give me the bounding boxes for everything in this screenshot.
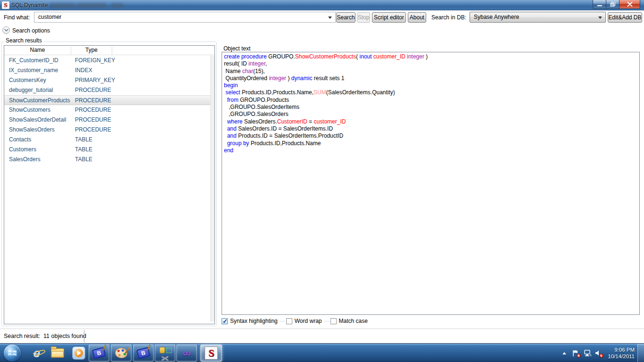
table-row[interactable]: Customers TABLE xyxy=(4,145,211,155)
stop-button: Stop xyxy=(357,12,370,23)
volume-button[interactable]: x xyxy=(594,348,603,358)
visual-studio-icon: ∞ xyxy=(182,346,190,360)
taskbar-item-paint-palette[interactable] xyxy=(111,345,132,362)
search-options-expander[interactable] xyxy=(2,26,10,34)
show-hidden-icons-button[interactable] xyxy=(560,348,569,358)
status-label: Search result: xyxy=(4,333,40,339)
result-name: ShowSalesOrders xyxy=(9,126,55,133)
checkbox[interactable] xyxy=(222,318,228,324)
table-row[interactable]: ShowSalesOrders PROCEDURE xyxy=(4,125,211,135)
search-options-label[interactable]: Search options xyxy=(12,27,50,34)
code-option: Syntax highlighting xyxy=(222,318,286,324)
table-row[interactable]: IX_customer_name INDEX xyxy=(4,66,211,75)
tray-time: 9:06 PM xyxy=(608,346,635,353)
app-icon: S xyxy=(2,1,9,9)
checkbox[interactable] xyxy=(286,318,292,324)
result-name: SalesOrders xyxy=(9,156,41,163)
find-what-combobox[interactable]: customer xyxy=(34,12,336,23)
checkbox[interactable] xyxy=(330,318,337,324)
edit-add-db-button[interactable]: Edit&Add DB xyxy=(608,12,642,23)
search-button[interactable]: Search xyxy=(336,12,355,23)
code-line: ,GROUPO.SalesOrderItems xyxy=(224,104,428,111)
table-row[interactable]: debugger_tutorial PROCEDURE xyxy=(4,85,211,95)
result-type: PROCEDURE xyxy=(75,87,111,93)
result-type: PRIMARY_KEY xyxy=(75,77,115,83)
close-icon xyxy=(627,2,632,7)
close-button[interactable] xyxy=(619,0,640,9)
database-tools-icon xyxy=(158,347,172,359)
table-row[interactable]: SalesOrders TABLE xyxy=(4,155,211,165)
redacted-text xyxy=(50,3,75,8)
sql-dynamite-icon: S xyxy=(205,346,218,360)
db-selected-value: Sybase Anywhere xyxy=(474,14,519,20)
result-type: TABLE xyxy=(75,146,92,153)
chevron-down-icon[interactable] xyxy=(328,16,332,19)
taskbar-item-database-tools[interactable] xyxy=(155,345,175,362)
tray-clock[interactable]: 9:06 PM 10/14/2011 xyxy=(608,346,635,360)
code-line: group by Products.ID,Products.Name xyxy=(224,140,428,147)
search-in-db-label: Search in DB: xyxy=(431,14,466,21)
result-name: ShowSalesOrderDetail xyxy=(9,116,66,123)
code-line: ,GROUPO.SalesOrders xyxy=(224,111,428,118)
taskbar-item-internet-explorer[interactable]: e xyxy=(26,345,47,362)
find-what-value: customer xyxy=(38,14,61,20)
status-bar: Search result: 11 objects found xyxy=(0,329,644,343)
db-combobox[interactable]: Sybase Anywhere xyxy=(470,12,606,23)
restore-button[interactable] xyxy=(606,0,619,9)
table-row[interactable]: ShowCustomerProducts PROCEDURE xyxy=(4,95,211,105)
taskbar-item-windows-explorer[interactable] xyxy=(47,345,68,362)
taskbar-item-visual-studio[interactable]: ∞ xyxy=(176,345,197,362)
code-line: create procedure GROUPO.ShowCustomerProd… xyxy=(224,53,428,60)
table-row[interactable]: FK_CustomerID_ID FOREIGN_KEY xyxy=(4,56,211,66)
result-type: INDEX xyxy=(75,67,92,74)
result-type: TABLE xyxy=(75,136,92,143)
find-what-label: Find what: xyxy=(4,14,30,21)
code-line: and Products.ID = SalesOrderItems.Produc… xyxy=(224,132,428,140)
search-results-group-label: Search results xyxy=(4,37,44,44)
taskbar-item-modeling-tool-2[interactable]: B xyxy=(133,345,154,362)
result-type: PROCEDURE xyxy=(75,126,111,133)
window-title: SQL Dynamite xyxy=(11,2,48,8)
muted-badge: x xyxy=(599,354,603,358)
table-row[interactable]: CustomersKey PRIMARY_KEY xyxy=(4,75,211,85)
result-name: CustomersKey xyxy=(9,77,46,83)
taskbar-item-modeling-tool-1[interactable]: B xyxy=(89,345,109,362)
taskbar-item-sql-dynamite[interactable]: S xyxy=(200,345,222,362)
minimize-button[interactable] xyxy=(593,0,606,9)
column-header-name[interactable]: Name xyxy=(4,47,71,55)
result-type: TABLE xyxy=(75,156,92,163)
object-text-panel[interactable]: create procedure GROUPO.ShowCustomerProd… xyxy=(222,52,640,315)
modeling-tool-icon: B xyxy=(136,347,150,359)
table-row[interactable]: ShowSalesOrderDetail PROCEDURE xyxy=(4,115,211,125)
action-center-button[interactable]: x xyxy=(571,348,580,358)
title-bar[interactable]: S SQL Dynamite xyxy=(0,0,644,10)
chevron-down-icon[interactable] xyxy=(598,16,602,19)
code-line: end xyxy=(224,147,428,154)
checkbox-label: Word wrap xyxy=(295,318,322,324)
desktop: S SQL Dynamite xyxy=(0,0,644,362)
code-line: result( ID integer, xyxy=(224,60,428,67)
divider xyxy=(324,321,330,321)
up-arrow-icon xyxy=(562,352,567,355)
start-orb-button[interactable] xyxy=(4,345,21,362)
code-line: Name char(15), xyxy=(224,68,428,75)
about-button[interactable]: About xyxy=(408,12,426,23)
script-editor-button[interactable]: Script editor xyxy=(372,12,406,23)
show-desktop-button[interactable] xyxy=(637,344,644,362)
vertical-scrollbar[interactable] xyxy=(210,56,215,321)
result-type: FOREIGN_KEY xyxy=(75,57,115,64)
table-row[interactable]: Contacts TABLE xyxy=(4,135,211,145)
window-controls xyxy=(593,0,640,9)
redacted-text xyxy=(77,3,106,8)
checkbox-label: Syntax highlighting xyxy=(230,318,278,324)
taskbar-item-media-player[interactable] xyxy=(68,345,89,362)
table-row[interactable]: ShowCustomers PROCEDURE xyxy=(4,105,211,115)
column-header-type[interactable]: Type xyxy=(71,47,112,55)
result-name: ShowCustomerProducts xyxy=(9,97,70,104)
code-option: Match case xyxy=(330,318,369,324)
result-name: Contacts xyxy=(9,136,31,143)
code-line: begin xyxy=(224,82,428,89)
result-name: debugger_tutorial xyxy=(9,87,53,93)
windows-flag-icon xyxy=(8,349,17,357)
network-button[interactable] xyxy=(582,348,592,358)
